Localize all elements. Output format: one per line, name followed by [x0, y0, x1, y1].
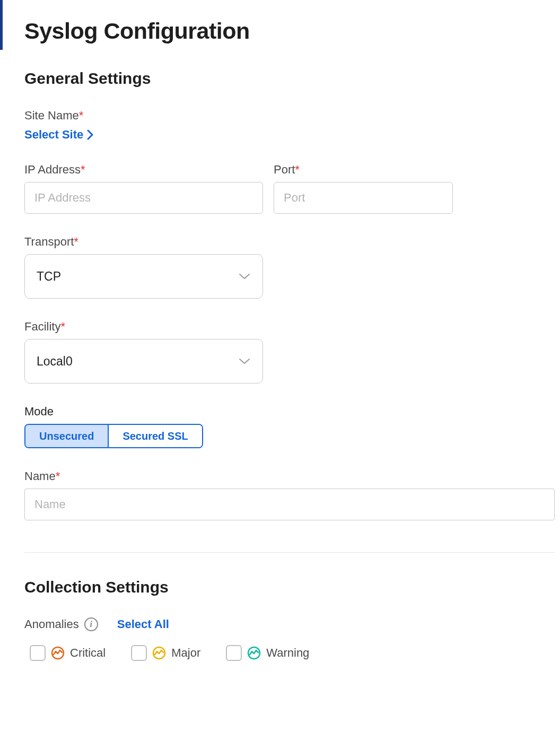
name-label: Name*	[24, 469, 560, 483]
warning-checkbox[interactable]	[226, 645, 242, 661]
severity-checkboxes: Critical Major Warning	[24, 645, 560, 661]
transport-field: Transport* TCP	[24, 235, 560, 299]
site-name-field: Site Name* Select Site	[24, 109, 560, 142]
required-asterisk: *	[295, 163, 300, 176]
port-field: Port*	[274, 163, 453, 214]
ip-address-field: IP Address*	[24, 163, 263, 214]
major-label: Major	[171, 646, 200, 660]
chevron-down-icon	[238, 358, 251, 365]
major-checkbox[interactable]	[131, 645, 147, 661]
port-input[interactable]	[274, 182, 453, 214]
site-name-label: Site Name*	[24, 109, 560, 123]
facility-field: Facility* Local0	[24, 320, 560, 384]
warning-checkbox-item[interactable]: Warning	[226, 645, 309, 661]
critical-severity-icon	[51, 646, 65, 660]
mode-toggle-group: Unsecured Secured SSL	[24, 424, 203, 448]
mode-label: Mode	[24, 405, 560, 419]
select-site-link[interactable]: Select Site	[24, 128, 94, 142]
transport-select[interactable]: TCP	[24, 254, 263, 299]
critical-label: Critical	[70, 646, 106, 660]
mode-secured-ssl-button[interactable]: Secured SSL	[108, 425, 202, 447]
general-settings-heading: General Settings	[24, 69, 560, 88]
critical-checkbox-item[interactable]: Critical	[30, 645, 106, 661]
chevron-right-icon	[86, 129, 94, 140]
facility-label: Facility*	[24, 320, 560, 334]
facility-select-value: Local0	[37, 354, 73, 369]
ip-port-row: IP Address* Port*	[24, 163, 560, 214]
transport-select-value: TCP	[37, 269, 61, 284]
required-asterisk: *	[60, 320, 65, 333]
major-checkbox-item[interactable]: Major	[131, 645, 200, 661]
major-severity-icon	[152, 646, 166, 660]
chevron-down-icon	[238, 273, 251, 280]
required-asterisk: *	[79, 109, 84, 122]
ip-address-input[interactable]	[24, 182, 263, 214]
warning-severity-icon	[247, 646, 261, 660]
required-asterisk: *	[56, 469, 60, 483]
mode-field: Mode Unsecured Secured SSL	[24, 405, 560, 448]
anomalies-label: Anomalies	[24, 617, 79, 631]
select-all-link[interactable]: Select All	[117, 617, 169, 631]
name-field: Name*	[24, 469, 560, 520]
facility-select[interactable]: Local0	[24, 339, 263, 384]
required-asterisk: *	[81, 163, 85, 176]
critical-checkbox[interactable]	[30, 645, 46, 661]
main-content: Syslog Configuration General Settings Si…	[0, 0, 560, 661]
left-accent-bar	[0, 0, 3, 50]
mode-unsecured-button[interactable]: Unsecured	[25, 425, 108, 447]
port-label: Port*	[274, 163, 453, 177]
anomalies-row: Anomalies i Select All	[24, 617, 560, 631]
warning-label: Warning	[266, 646, 309, 660]
info-icon[interactable]: i	[84, 617, 98, 631]
collection-settings-heading: Collection Settings	[24, 578, 560, 596]
page-title: Syslog Configuration	[24, 18, 560, 44]
transport-label: Transport*	[24, 235, 560, 249]
ip-address-label: IP Address*	[24, 163, 263, 177]
required-asterisk: *	[74, 235, 78, 248]
name-input[interactable]	[24, 489, 555, 520]
section-divider	[24, 552, 555, 553]
